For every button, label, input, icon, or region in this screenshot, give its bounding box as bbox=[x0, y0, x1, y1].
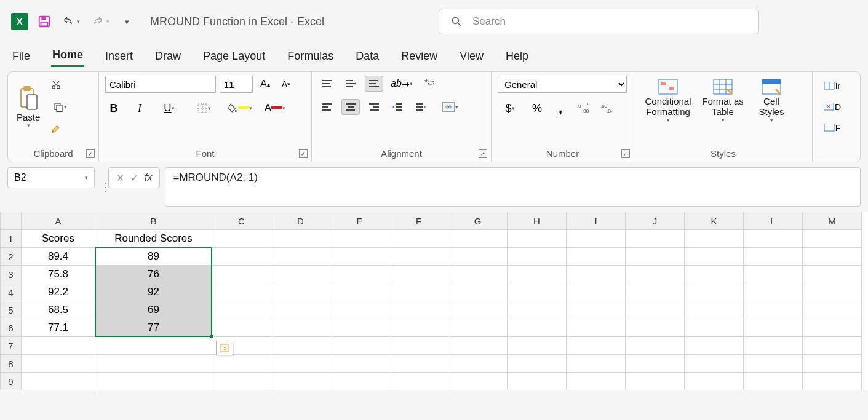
tab-page-layout[interactable]: Page Layout bbox=[202, 46, 266, 66]
cell-F1[interactable] bbox=[389, 230, 448, 248]
cell-F8[interactable] bbox=[389, 355, 448, 373]
cell-B6[interactable]: 77 bbox=[95, 319, 212, 337]
cell-G2[interactable] bbox=[448, 248, 508, 266]
cell-B7[interactable] bbox=[95, 337, 212, 355]
tab-file[interactable]: File bbox=[11, 46, 31, 66]
cell-E2[interactable] bbox=[330, 248, 389, 266]
cell-H9[interactable] bbox=[508, 373, 567, 390]
cell-H6[interactable] bbox=[508, 319, 567, 337]
fill-handle[interactable] bbox=[210, 335, 214, 339]
tab-draw[interactable]: Draw bbox=[154, 46, 182, 66]
cell-K2[interactable] bbox=[685, 248, 744, 266]
cell-M9[interactable] bbox=[803, 373, 862, 390]
cell-I7[interactable] bbox=[567, 337, 626, 355]
cell-J3[interactable] bbox=[626, 266, 685, 283]
cell-E1[interactable] bbox=[330, 230, 389, 248]
fx-icon[interactable]: fx bbox=[142, 172, 154, 183]
cell-L3[interactable] bbox=[744, 266, 803, 283]
row-header-9[interactable]: 9 bbox=[1, 373, 22, 390]
percent-format-button[interactable]: % bbox=[528, 100, 546, 116]
cell-B2[interactable]: 89 bbox=[95, 248, 212, 266]
column-header-E[interactable]: E bbox=[330, 212, 389, 230]
row-header-8[interactable]: 8 bbox=[1, 355, 22, 373]
comma-format-button[interactable]: , bbox=[552, 100, 569, 116]
alignment-launcher[interactable]: ⤢ bbox=[479, 149, 487, 158]
cell-A4[interactable]: 92.2 bbox=[22, 283, 95, 301]
font-launcher[interactable]: ⤢ bbox=[299, 149, 308, 158]
formula-input[interactable]: =MROUND(A2, 1) bbox=[165, 167, 861, 207]
column-header-B[interactable]: B bbox=[95, 212, 212, 230]
format-as-table-button[interactable]: Format as Table▾ bbox=[698, 76, 747, 125]
cell-F6[interactable] bbox=[389, 319, 448, 337]
column-header-G[interactable]: G bbox=[448, 212, 508, 230]
cell-I9[interactable] bbox=[567, 373, 626, 390]
column-header-I[interactable]: I bbox=[567, 212, 626, 230]
cell-C5[interactable] bbox=[212, 301, 271, 319]
column-header-L[interactable]: L bbox=[744, 212, 803, 230]
cell-M7[interactable] bbox=[803, 337, 862, 355]
decrease-decimal-button[interactable]: .00.0 bbox=[599, 100, 616, 116]
number-format-select[interactable]: General bbox=[498, 76, 627, 93]
cell-C3[interactable] bbox=[212, 266, 271, 283]
cell-D5[interactable] bbox=[271, 301, 330, 319]
align-right-button[interactable] bbox=[365, 99, 383, 115]
fill-color-button[interactable]: ▾ bbox=[226, 100, 253, 116]
cell-B1[interactable]: Rounded Scores bbox=[95, 230, 212, 248]
cell-M1[interactable] bbox=[803, 230, 862, 248]
cell-F2[interactable] bbox=[389, 248, 448, 266]
cell-M2[interactable] bbox=[803, 248, 862, 266]
cell-F5[interactable] bbox=[389, 301, 448, 319]
cell-A8[interactable] bbox=[22, 355, 95, 373]
cell-G7[interactable] bbox=[448, 337, 508, 355]
column-header-H[interactable]: H bbox=[508, 212, 567, 230]
cell-K6[interactable] bbox=[685, 319, 744, 337]
format-cells-button[interactable]: F bbox=[819, 120, 846, 136]
cell-I4[interactable] bbox=[567, 283, 626, 301]
cell-A5[interactable]: 68.5 bbox=[22, 301, 95, 319]
cell-C1[interactable] bbox=[212, 230, 271, 248]
tab-review[interactable]: Review bbox=[400, 46, 439, 66]
align-left-button[interactable] bbox=[318, 99, 336, 115]
copy-button[interactable]: ▾ bbox=[47, 99, 72, 115]
cell-G3[interactable] bbox=[448, 266, 508, 283]
cell-A2[interactable]: 89.4 bbox=[22, 248, 95, 266]
cell-L4[interactable] bbox=[744, 283, 803, 301]
conditional-formatting-button[interactable]: Conditional Formatting▾ bbox=[640, 76, 696, 125]
increase-font-button[interactable]: A▴ bbox=[257, 76, 274, 92]
cell-K3[interactable] bbox=[685, 266, 744, 283]
row-header-3[interactable]: 3 bbox=[1, 266, 22, 283]
cell-I6[interactable] bbox=[567, 319, 626, 337]
font-size-select[interactable] bbox=[220, 76, 253, 93]
cell-K4[interactable] bbox=[685, 283, 744, 301]
cell-I8[interactable] bbox=[567, 355, 626, 373]
cell-A7[interactable] bbox=[22, 337, 95, 355]
row-header-1[interactable]: 1 bbox=[1, 230, 22, 248]
cell-K5[interactable] bbox=[685, 301, 744, 319]
cell-styles-button[interactable]: Cell Styles▾ bbox=[750, 76, 793, 125]
save-button[interactable] bbox=[37, 14, 52, 29]
cell-D8[interactable] bbox=[271, 355, 330, 373]
tab-insert[interactable]: Insert bbox=[104, 46, 134, 66]
column-header-C[interactable]: C bbox=[212, 212, 271, 230]
cell-M4[interactable] bbox=[803, 283, 862, 301]
orientation-button[interactable]: ab↗▾ bbox=[388, 76, 415, 92]
cell-C6[interactable] bbox=[212, 319, 271, 337]
row-header-5[interactable]: 5 bbox=[1, 301, 22, 319]
cancel-formula-button[interactable]: ✕ bbox=[114, 172, 127, 184]
tab-data[interactable]: Data bbox=[354, 46, 380, 66]
cell-H1[interactable] bbox=[508, 230, 567, 248]
align-top-button[interactable] bbox=[318, 76, 336, 92]
bold-button[interactable]: B bbox=[105, 100, 122, 116]
italic-button[interactable]: I bbox=[131, 100, 148, 116]
cell-D4[interactable] bbox=[271, 283, 330, 301]
cell-A9[interactable] bbox=[22, 373, 95, 390]
align-middle-button[interactable] bbox=[341, 76, 360, 92]
cell-L1[interactable] bbox=[744, 230, 803, 248]
font-name-select[interactable] bbox=[105, 76, 216, 93]
cut-button[interactable] bbox=[47, 77, 65, 93]
cell-D9[interactable] bbox=[271, 373, 330, 390]
cell-I5[interactable] bbox=[567, 301, 626, 319]
cell-H8[interactable] bbox=[508, 355, 567, 373]
cell-F7[interactable] bbox=[389, 337, 448, 355]
cell-I3[interactable] bbox=[567, 266, 626, 283]
